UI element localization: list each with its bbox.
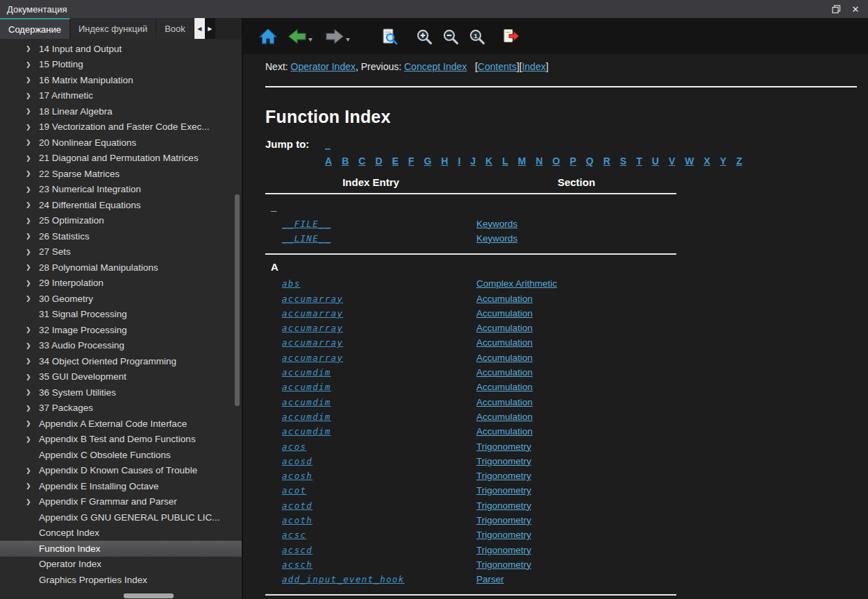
jump-letter-link[interactable]: M xyxy=(518,155,526,167)
chevron-right-icon[interactable]: ❯ xyxy=(26,155,39,162)
sidebar-item[interactable]: Graphics Properties Index xyxy=(0,572,242,588)
chevron-right-icon[interactable]: ❯ xyxy=(26,498,39,505)
function-link[interactable]: accumarray xyxy=(282,323,343,333)
function-link[interactable]: accumarray xyxy=(282,337,343,348)
sidebar-item[interactable]: ❯Appendix A External Code Interface xyxy=(0,416,242,432)
find-in-page-button[interactable] xyxy=(379,26,399,46)
function-link[interactable]: accumarray xyxy=(282,294,343,304)
section-link[interactable]: Trigonometry xyxy=(476,456,531,466)
function-link[interactable]: accumdim xyxy=(282,426,331,437)
function-link[interactable]: acoth xyxy=(282,515,312,525)
section-link[interactable]: Accumulation xyxy=(476,382,533,392)
sidebar-item[interactable]: ❯23 Numerical Integration xyxy=(0,182,242,198)
sidebar-item[interactable]: Operator Index xyxy=(0,557,242,573)
function-link[interactable]: acsc xyxy=(282,530,306,540)
jump-letter-link[interactable]: C xyxy=(358,155,365,167)
chevron-right-icon[interactable]: ❯ xyxy=(26,326,39,333)
function-link[interactable]: acscd xyxy=(282,545,312,555)
section-link[interactable]: Keywords xyxy=(476,233,517,244)
sidebar-item[interactable]: ❯21 Diagonal and Permutation Matrices xyxy=(0,151,242,167)
chevron-right-icon[interactable]: ❯ xyxy=(26,139,39,146)
sidebar-item[interactable]: ❯20 Nonlinear Equations xyxy=(0,135,242,151)
sidebar-item[interactable]: ❯29 Interpolation xyxy=(0,276,242,292)
chevron-right-icon[interactable]: ❯ xyxy=(26,248,39,255)
function-link[interactable]: acot xyxy=(282,485,306,496)
chevron-right-icon[interactable]: ❯ xyxy=(26,124,39,130)
nav-previous-link[interactable]: Concept Index xyxy=(404,61,467,72)
chevron-right-icon[interactable]: ❯ xyxy=(26,482,39,489)
function-link[interactable]: add_input_event_hook xyxy=(282,574,405,584)
sidebar-item[interactable]: ❯36 System Utilities xyxy=(0,385,242,400)
jump-letter-link[interactable]: H xyxy=(441,155,448,167)
zoom-out-button[interactable] xyxy=(440,26,460,46)
jump-letter-link[interactable]: E xyxy=(392,155,399,167)
sidebar-item[interactable]: ❯34 Object Oriented Programming xyxy=(0,353,242,369)
jump-letter-link[interactable]: O xyxy=(553,155,560,167)
function-link[interactable]: accumdim xyxy=(282,367,331,378)
function-link[interactable]: accumarray xyxy=(282,308,343,319)
close-button[interactable]: ✕ xyxy=(846,1,865,17)
function-link[interactable]: accumdim xyxy=(282,382,331,392)
section-link[interactable]: Keywords xyxy=(476,219,517,229)
tab-function-index[interactable]: Индекс функций xyxy=(70,18,156,39)
forward-history-dropdown-icon[interactable] xyxy=(346,38,350,42)
section-link[interactable]: Trigonometry xyxy=(476,441,531,452)
chevron-right-icon[interactable]: ❯ xyxy=(26,373,39,380)
jump-letter-link[interactable]: D xyxy=(375,155,382,167)
sidebar-item[interactable]: ❯30 Geometry xyxy=(0,291,242,307)
jump-letter-link[interactable]: B xyxy=(342,155,349,167)
section-link[interactable]: Accumulation xyxy=(476,308,533,319)
sidebar-item[interactable]: ❯Appendix E Installing Octave xyxy=(0,478,242,494)
chevron-right-icon[interactable]: ❯ xyxy=(26,108,39,115)
chevron-right-icon[interactable]: ❯ xyxy=(26,357,39,364)
jump-letter-link[interactable]: Z xyxy=(736,155,742,167)
scrollbar-thumb[interactable] xyxy=(124,593,174,598)
section-link[interactable]: Trigonometry xyxy=(476,485,531,496)
section-link[interactable]: Trigonometry xyxy=(476,471,531,481)
sidebar-horizontal-scrollbar[interactable] xyxy=(1,593,232,598)
chevron-right-icon[interactable]: ❯ xyxy=(26,342,39,349)
tab-contents[interactable]: Содержание xyxy=(0,18,70,39)
function-link[interactable]: acosd xyxy=(282,456,312,466)
sidebar-item[interactable]: ❯19 Vectorization and Faster Code Exec..… xyxy=(0,119,242,135)
sidebar-item[interactable]: ❯37 Packages xyxy=(0,400,242,416)
jump-letter-link[interactable]: K xyxy=(485,155,492,167)
zoom-in-button[interactable] xyxy=(414,26,433,46)
section-link[interactable]: Trigonometry xyxy=(476,515,531,525)
section-link[interactable]: Trigonometry xyxy=(476,559,531,570)
sidebar-item[interactable]: ❯18 Linear Algebra xyxy=(0,103,242,119)
function-link[interactable]: abs xyxy=(282,278,300,289)
nav-next-link[interactable]: Operator Index xyxy=(291,61,356,72)
jump-letter-link[interactable]: R xyxy=(603,155,610,167)
section-link[interactable]: Trigonometry xyxy=(476,545,531,555)
chevron-right-icon[interactable]: ❯ xyxy=(26,217,39,224)
jump-letter-link[interactable]: U xyxy=(652,155,659,167)
section-link[interactable]: Accumulation xyxy=(476,412,533,422)
scrollbar-thumb[interactable] xyxy=(235,194,240,406)
chevron-right-icon[interactable]: ❯ xyxy=(26,201,39,208)
section-link[interactable]: Trigonometry xyxy=(476,500,531,511)
sidebar-item[interactable]: ❯17 Arithmetic xyxy=(0,88,242,104)
sidebar-item[interactable]: ❯35 GUI Development xyxy=(0,369,242,385)
sidebar-vertical-scrollbar[interactable] xyxy=(234,39,240,591)
function-link[interactable]: __LINE__ xyxy=(282,233,331,244)
sidebar-item[interactable]: ❯14 Input and Output xyxy=(0,41,242,57)
jump-letter-link[interactable]: S xyxy=(620,155,626,167)
chevron-right-icon[interactable]: ❯ xyxy=(26,233,39,239)
sidebar-item[interactable]: ❯Appendix D Known Causes of Trouble xyxy=(0,463,242,479)
back-button[interactable] xyxy=(287,27,312,45)
tab-bookmarks[interactable]: Book xyxy=(156,18,194,39)
jump-letter-link[interactable]: I xyxy=(458,155,460,167)
section-link[interactable]: Trigonometry xyxy=(476,530,531,540)
chevron-right-icon[interactable]: ❯ xyxy=(26,405,39,412)
function-link[interactable]: acotd xyxy=(282,500,312,511)
function-link[interactable]: acosh xyxy=(282,471,312,481)
section-link[interactable]: Accumulation xyxy=(476,367,533,378)
function-link[interactable]: __FILE__ xyxy=(282,219,331,229)
chevron-right-icon[interactable]: ❯ xyxy=(26,389,39,396)
chevron-right-icon[interactable]: ❯ xyxy=(26,295,39,302)
sidebar-item[interactable]: Appendix G GNU GENERAL PUBLIC LIC... xyxy=(0,509,242,525)
section-link[interactable]: Accumulation xyxy=(476,323,533,333)
section-link[interactable]: Parser xyxy=(476,574,504,584)
chevron-right-icon[interactable]: ❯ xyxy=(26,45,39,52)
